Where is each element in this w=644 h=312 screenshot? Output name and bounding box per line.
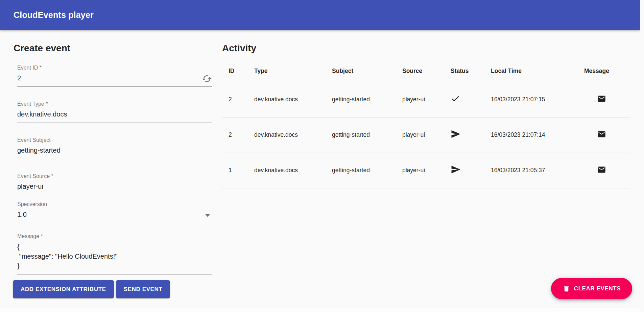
event-type-input[interactable] xyxy=(17,107,212,123)
create-event-panel: Create event Event ID * Event T xyxy=(14,43,213,298)
cell-id: 1 xyxy=(222,153,254,188)
event-type-label: Event Type * xyxy=(17,101,212,107)
send-event-button[interactable]: SEND EVENT xyxy=(116,280,170,298)
specversion-select[interactable]: 1.0 xyxy=(17,207,212,223)
cell-subject: getting-started xyxy=(332,153,402,188)
cached-icon xyxy=(202,80,212,85)
dropdown-arrow-icon xyxy=(205,214,210,217)
send-icon xyxy=(451,164,491,176)
event-source-label: Event Source * xyxy=(17,173,212,179)
cloudevents-player-screen: CloudEvents player Create event Event ID… xyxy=(0,0,644,312)
envelope-icon[interactable] xyxy=(597,94,630,105)
cell-source: player-ui xyxy=(402,153,451,188)
horizontal-scrollbar-track xyxy=(0,308,640,312)
activity-panel: Activity ID Type Subject Source Status L… xyxy=(222,43,630,188)
cell-type: dev.knative.docs xyxy=(254,117,332,153)
cell-local-time: 16/03/2023 21:07:15 xyxy=(491,82,584,117)
event-id-label: Event ID * xyxy=(17,64,212,71)
clear-events-label: CLEAR EVENTS xyxy=(574,285,621,292)
table-row: 2 dev.knative.docs getting-started playe… xyxy=(222,117,630,153)
send-icon xyxy=(451,129,491,141)
column-header-message: Message xyxy=(584,61,630,82)
table-row: 2 dev.knative.docs getting-started playe… xyxy=(222,82,630,117)
column-header-subject: Subject xyxy=(332,61,402,82)
envelope-icon[interactable] xyxy=(597,130,630,140)
regenerate-id-button[interactable] xyxy=(202,74,212,84)
column-header-id: ID xyxy=(222,61,254,82)
app-title: CloudEvents player xyxy=(14,10,94,20)
column-header-local-time: Local Time xyxy=(491,61,584,82)
column-header-type: Type xyxy=(254,61,332,82)
table-row: 1 dev.knative.docs getting-started playe… xyxy=(222,153,630,188)
event-type-field: Event Type * xyxy=(17,101,212,123)
specversion-field: Specversion 1.0 xyxy=(17,201,212,223)
event-subject-label: Event Subject xyxy=(17,137,212,143)
column-header-source: Source xyxy=(402,61,451,82)
event-id-field: Event ID * xyxy=(17,64,212,87)
event-source-field: Event Source * xyxy=(17,173,212,195)
check-icon xyxy=(451,94,491,105)
app-bar: CloudEvents player xyxy=(0,0,640,30)
clear-events-button[interactable]: CLEAR EVENTS xyxy=(551,278,632,299)
column-header-status: Status xyxy=(451,61,491,82)
cell-type: dev.knative.docs xyxy=(254,153,332,188)
table-header-row: ID Type Subject Source Status Local Time… xyxy=(222,61,630,82)
form-actions: ADD EXTENSION ATTRIBUTE SEND EVENT xyxy=(13,280,213,298)
cell-local-time: 16/03/2023 21:07:14 xyxy=(491,117,584,153)
add-extension-attribute-button[interactable]: ADD EXTENSION ATTRIBUTE xyxy=(13,280,114,298)
create-event-fields: Event ID * Event Type * xyxy=(17,64,212,275)
cell-source: player-ui xyxy=(402,82,451,117)
event-source-input[interactable] xyxy=(17,179,212,195)
message-field: Message * { "message": "Hello CloudEvent… xyxy=(17,233,212,275)
cell-id: 2 xyxy=(222,82,254,117)
specversion-label: Specversion xyxy=(17,201,212,207)
message-label: Message * xyxy=(17,233,212,239)
cell-local-time: 16/03/2023 21:05:37 xyxy=(491,153,584,188)
activity-table: ID Type Subject Source Status Local Time… xyxy=(222,61,630,188)
envelope-icon[interactable] xyxy=(597,165,630,176)
trash-icon xyxy=(563,285,570,292)
event-id-input[interactable] xyxy=(17,71,212,86)
activity-title: Activity xyxy=(222,43,630,54)
event-subject-field: Event Subject xyxy=(17,137,212,159)
cell-source: player-ui xyxy=(402,117,451,153)
vertical-scrollbar[interactable] xyxy=(640,0,644,312)
cell-subject: getting-started xyxy=(332,117,402,153)
message-textarea[interactable]: { "message": "Hello CloudEvents!" } xyxy=(17,239,212,275)
event-subject-input[interactable] xyxy=(17,143,212,159)
cell-type: dev.knative.docs xyxy=(254,82,332,117)
create-event-title: Create event xyxy=(14,43,213,54)
cell-subject: getting-started xyxy=(332,82,402,117)
cell-id: 2 xyxy=(222,117,254,153)
